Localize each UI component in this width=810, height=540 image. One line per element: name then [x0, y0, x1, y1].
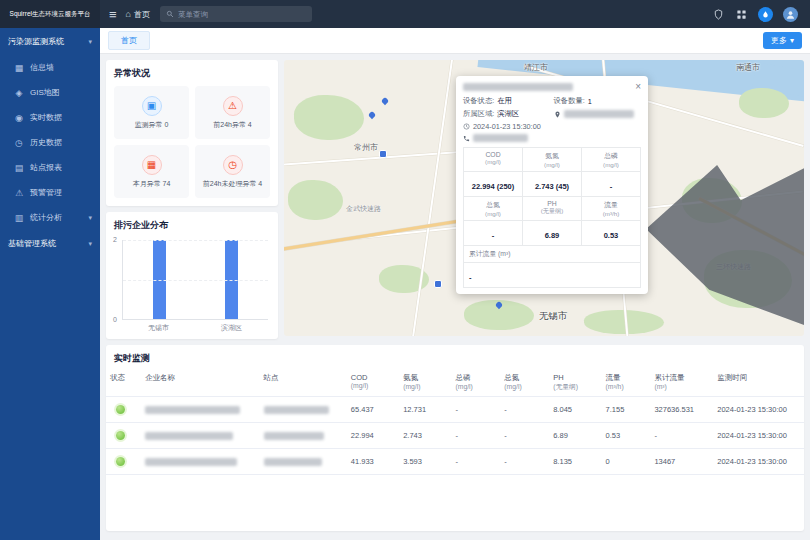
cell-flow: 7.155: [602, 397, 651, 423]
metric-header: 总磷: [584, 151, 638, 161]
sidebar-item-label: 统计分析: [30, 212, 62, 223]
sidebar-item-gis-map[interactable]: ◈ GIS地图: [0, 80, 100, 105]
cell-nh3: 12.731: [399, 397, 451, 423]
alert-manage-icon: ⚠: [14, 188, 24, 198]
chevron-down-icon: ▾: [88, 240, 92, 248]
metric-unit: (无量纲): [525, 207, 579, 216]
user-avatar[interactable]: [783, 7, 798, 22]
redacted-enterprise: [145, 432, 233, 440]
device-status-label: 设备状态:: [463, 96, 494, 106]
sidebar-nav: 污染源监测系统 ▾ ▦ 信息墙 ◈ GIS地图 ◉ 实时数据 ◷ 历史数据 ▤ …: [0, 28, 100, 540]
more-button[interactable]: 更多 ▾: [763, 32, 802, 49]
search-input[interactable]: [178, 10, 298, 19]
cell-ph: 6.89: [549, 423, 601, 449]
map-road: [412, 60, 454, 336]
sidebar-item-station-report[interactable]: ▤ 站点报表: [0, 155, 100, 180]
redacted-phone: [473, 134, 528, 142]
redacted-enterprise: [145, 406, 240, 414]
apps-grid-icon[interactable]: [735, 8, 748, 21]
left-panel: 异常状况 ▣ 监测异常 0 ⚠ 前24h异常 4 ▦ 本月异常 74: [106, 60, 278, 339]
redacted-enterprise: [145, 458, 237, 466]
station-report-icon: ▤: [14, 163, 24, 173]
abnormal-status-card: 异常状况 ▣ 监测异常 0 ⚠ 前24h异常 4 ▦ 本月异常 74: [106, 60, 278, 206]
cell-time: 2024-01-23 15:30:00: [713, 397, 804, 423]
metric-unit: (m³/h): [584, 210, 638, 217]
cell-ph: 8.045: [549, 397, 601, 423]
sidebar-section-pollution-monitor[interactable]: 污染源监测系统 ▾: [0, 28, 100, 55]
header-actions: [712, 7, 810, 22]
tile-last24h-abnormal[interactable]: ⚠ 前24h异常 4: [195, 86, 270, 139]
sidebar-section-base-manage[interactable]: 基础管理系统 ▾: [0, 230, 100, 257]
device-count-value: 1: [588, 97, 592, 106]
tile-unhandled-abnormal[interactable]: ◷ 前24h未处理异常 4: [195, 145, 270, 198]
realtime-monitor-card: 实时监测 状态 企业名称 站点 COD(mg/l) 氨氮(mg/l) 总磷(mg…: [106, 345, 804, 531]
map-road: [284, 216, 485, 252]
cell-cod: 41.933: [347, 449, 399, 475]
gis-map-canvas[interactable]: 靖江市 南通市 常州市 江阴市 无锡市 金武快速路 三环快速路 ×: [284, 60, 804, 336]
metric-value: -: [610, 182, 613, 191]
clock-icon: [463, 123, 470, 130]
shield-icon[interactable]: [712, 8, 725, 21]
col-station: 站点: [264, 373, 279, 382]
cell-total: 327636.531: [650, 397, 713, 423]
metric-value: 2.743 (45): [535, 182, 569, 191]
stats-analysis-icon: ▥: [14, 213, 24, 223]
sidebar-item-alert-manage[interactable]: ⚠ 预警管理: [0, 180, 100, 205]
chevron-down-icon: ▾: [88, 214, 92, 222]
breadcrumb-home[interactable]: ⌂ 首页: [126, 9, 150, 20]
redacted-station: [264, 432, 324, 440]
hamburger-menu-icon[interactable]: ≡: [100, 7, 126, 22]
chart-title: 排污企业分布: [106, 212, 278, 236]
road-shield-icon: [434, 280, 442, 288]
cell-cod: 22.994: [347, 423, 399, 449]
tile-label: 前24h未处理异常 4: [203, 179, 263, 189]
col-cod: COD: [351, 373, 368, 382]
sidebar-item-stats-analysis[interactable]: ▥ 统计分析 ▾: [0, 205, 100, 230]
cell-ph: 8.135: [549, 449, 601, 475]
status-ok-icon: [116, 405, 125, 414]
redacted-station: [264, 406, 329, 414]
sidebar-item-history-data[interactable]: ◷ 历史数据: [0, 130, 100, 155]
metric-value: 6.89: [545, 231, 560, 240]
tile-monitor-abnormal[interactable]: ▣ 监测异常 0: [114, 86, 189, 139]
history-data-icon: ◷: [14, 138, 24, 148]
gis-map-icon: ◈: [14, 88, 24, 98]
col-total-flow: 累计流量: [654, 373, 684, 382]
tab-home[interactable]: 首页: [108, 31, 150, 50]
close-icon[interactable]: ×: [635, 82, 641, 92]
col-status: 状态: [110, 373, 125, 382]
sidebar-section-label: 污染源监测系统: [8, 36, 64, 47]
road-shield-icon: [379, 150, 387, 158]
table-row[interactable]: 41.933 3.593 - - 8.135 0 13467 2024-01-2…: [106, 449, 804, 475]
water-drop-logo-icon[interactable]: [758, 7, 773, 22]
col-time: 监测时间: [717, 373, 747, 382]
table-header-row: 状态 企业名称 站点 COD(mg/l) 氨氮(mg/l) 总磷(mg/l) 总…: [106, 369, 804, 397]
sidebar-item-info-wall[interactable]: ▦ 信息墙: [0, 55, 100, 80]
sidebar-item-label: 预警管理: [30, 187, 62, 198]
monitor-title: 实时监测: [106, 345, 804, 369]
tile-month-abnormal[interactable]: ▦ 本月异常 74: [114, 145, 189, 198]
table-row[interactable]: 22.994 2.743 - - 6.89 0.53 - 2024-01-23 …: [106, 423, 804, 449]
metric-unit: (mg/l): [525, 161, 579, 168]
app-logo: Squirrel生态环境云服务平台: [0, 0, 100, 28]
redacted-station: [264, 458, 322, 466]
sidebar-item-label: 实时数据: [30, 112, 62, 123]
cell-tp: -: [451, 423, 500, 449]
table-row[interactable]: 65.437 12.731 - - 8.045 7.155 327636.531…: [106, 397, 804, 423]
cell-time: 2024-01-23 15:30:00: [713, 449, 804, 475]
phone-icon: [463, 135, 470, 142]
top-header: Squirrel生态环境云服务平台 ≡ ⌂ 首页: [0, 0, 810, 28]
map-green-area: [739, 88, 789, 118]
map-pin-icon[interactable]: [368, 111, 376, 119]
metric-value: -: [469, 273, 472, 282]
redacted-station-name: [463, 83, 573, 91]
monitor-icon: ▣: [142, 96, 162, 116]
metric-unit: (mg/l): [584, 161, 638, 168]
sidebar-item-realtime-data[interactable]: ◉ 实时数据: [0, 105, 100, 130]
map-pin-icon[interactable]: [381, 97, 389, 105]
region-value: 滨湖区: [497, 109, 519, 119]
menu-search-box[interactable]: [160, 6, 312, 22]
home-icon: ⌂: [126, 9, 131, 19]
metric-value: -: [492, 231, 495, 240]
info-wall-icon: ▦: [14, 63, 24, 73]
